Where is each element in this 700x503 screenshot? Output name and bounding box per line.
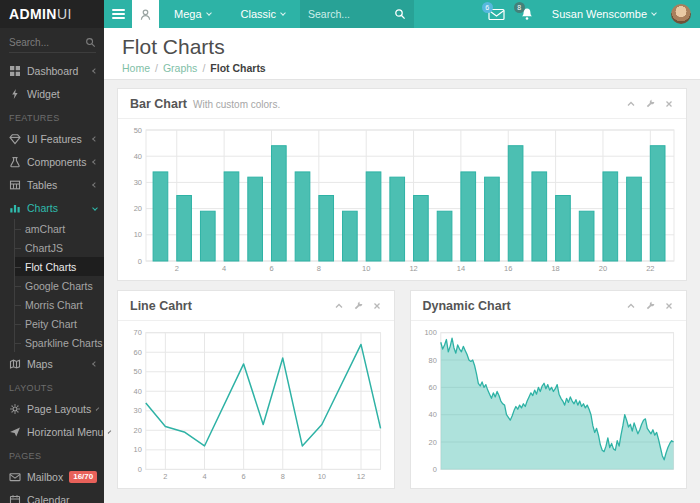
avatar[interactable] xyxy=(671,4,691,24)
chevron-left-icon xyxy=(96,407,100,411)
main-content: Bar Chart With custom colors. 0102030405… xyxy=(104,80,700,503)
submenu-item-peity-chart[interactable]: Peity Chart xyxy=(15,314,104,333)
breadcrumb: Home / Graphs / Flot Charts xyxy=(122,62,700,74)
person-icon xyxy=(139,8,152,21)
sidebar-search-input[interactable] xyxy=(9,37,85,48)
gem-icon xyxy=(9,133,21,145)
messages-button[interactable]: 6 xyxy=(488,7,505,21)
svg-text:20: 20 xyxy=(428,438,436,447)
sidebar-item-horizontal-menu[interactable]: Horizontal Menu xyxy=(0,420,104,443)
logo-text-ui: UI xyxy=(57,6,72,22)
sidebar-item-label: Widget xyxy=(27,88,60,100)
user-menu[interactable]: Susan Wenscombe xyxy=(552,8,656,20)
dynamic-chart-panel-header: Dynamic Chart xyxy=(411,291,687,321)
sidebar-section-features: FEATURES xyxy=(0,105,104,127)
settings-wrench-icon[interactable] xyxy=(353,301,363,311)
svg-text:0: 0 xyxy=(432,465,436,474)
submenu-item-morris-chart[interactable]: Morris Chart xyxy=(15,295,104,314)
panel-title: Dynamic Chart xyxy=(423,299,511,313)
submenu-item-sparkline-charts[interactable]: Sparkline Charts xyxy=(15,333,104,352)
panel-tools xyxy=(626,99,674,109)
sidebar-item-label: Mailbox xyxy=(27,471,63,483)
svg-text:20: 20 xyxy=(134,204,142,213)
search-icon[interactable] xyxy=(85,37,96,48)
svg-text:60: 60 xyxy=(428,383,436,392)
nav-menu-classic[interactable]: Classic xyxy=(226,0,300,28)
settings-wrench-icon[interactable] xyxy=(645,301,655,311)
chevron-down-icon xyxy=(92,205,98,211)
sidebar-item-label: Charts xyxy=(27,202,58,214)
sidebar-item-calendar[interactable]: Calendar xyxy=(0,488,104,503)
svg-text:10: 10 xyxy=(362,264,370,273)
close-icon[interactable] xyxy=(664,99,674,109)
close-icon[interactable] xyxy=(664,301,674,311)
submenu-item-chartjs[interactable]: ChartJS xyxy=(15,238,104,257)
bar-chart-panel: Bar Chart With custom colors. 0102030405… xyxy=(117,88,687,281)
breadcrumb-graphs[interactable]: Graphs xyxy=(163,62,197,74)
sidebar-item-widget[interactable]: Widget xyxy=(0,82,104,105)
navbar-search-input[interactable] xyxy=(308,8,394,20)
hamburger-menu-button[interactable] xyxy=(104,0,132,28)
sidebar-item-label: Horizontal Menu xyxy=(27,426,103,438)
svg-text:0: 0 xyxy=(138,257,142,266)
svg-text:20: 20 xyxy=(134,426,142,435)
top-navbar: Mega Classic 6 8 Susan Wenscombe xyxy=(104,0,700,28)
chevron-down-icon xyxy=(206,10,212,16)
sidebar-item-mailbox[interactable]: Mailbox 16/70 xyxy=(0,465,104,488)
svg-text:40: 40 xyxy=(134,387,142,396)
map-icon xyxy=(9,358,21,370)
sidebar-item-charts[interactable]: Charts xyxy=(0,196,104,219)
settings-wrench-icon[interactable] xyxy=(645,99,655,109)
sidebar-search xyxy=(9,37,96,53)
search-icon[interactable] xyxy=(394,8,406,20)
flask-icon xyxy=(9,156,21,168)
svg-text:8: 8 xyxy=(281,472,285,481)
bar-chart-canvas: 01020304050246810121416182022 xyxy=(126,124,678,276)
breadcrumb-home[interactable]: Home xyxy=(122,62,150,74)
app-logo[interactable]: ADMINUI xyxy=(0,0,104,28)
user-quick-button[interactable] xyxy=(132,0,159,28)
dynamic-chart-body: 020406080100 xyxy=(411,321,687,488)
sidebar: ADMINUI Dashboard Widget FEATURES UI Fea… xyxy=(0,0,104,503)
svg-text:14: 14 xyxy=(457,264,465,273)
submenu-item-flot-charts[interactable]: Flot Charts xyxy=(15,257,104,276)
sidebar-item-label: Components xyxy=(27,156,87,168)
sidebar-item-ui-features[interactable]: UI Features xyxy=(0,127,104,150)
notifications-button[interactable]: 8 xyxy=(520,7,537,21)
line-chart-body: 01020304050607024681012 xyxy=(118,321,394,488)
svg-text:80: 80 xyxy=(428,356,436,365)
submenu-item-google-charts[interactable]: Google Charts xyxy=(15,276,104,295)
svg-text:22: 22 xyxy=(646,264,654,273)
sidebar-section-layouts: LAYOUTS xyxy=(0,375,104,397)
line-chart-canvas: 01020304050607024681012 xyxy=(126,326,386,484)
collapse-icon[interactable] xyxy=(626,301,636,311)
sidebar-item-maps[interactable]: Maps xyxy=(0,352,104,375)
navbar-right: 6 8 Susan Wenscombe xyxy=(488,0,700,28)
sidebar-item-page-layouts[interactable]: Page Layouts xyxy=(0,397,104,420)
collapse-icon[interactable] xyxy=(626,99,636,109)
nav-menu-mega[interactable]: Mega xyxy=(159,0,226,28)
chevron-down-icon xyxy=(651,10,657,16)
notifications-count-badge: 8 xyxy=(514,2,525,13)
close-icon[interactable] xyxy=(372,301,382,311)
svg-text:8: 8 xyxy=(317,264,321,273)
svg-text:10: 10 xyxy=(318,472,326,481)
sidebar-item-tables[interactable]: Tables xyxy=(0,173,104,196)
sidebar-item-dashboard[interactable]: Dashboard xyxy=(0,59,104,82)
sidebar-item-components[interactable]: Components xyxy=(0,150,104,173)
dashboard-icon xyxy=(9,65,21,77)
submenu-item-amchart[interactable]: amChart xyxy=(15,219,104,238)
svg-text:6: 6 xyxy=(269,264,273,273)
panel-title: Line Cahrt xyxy=(130,299,192,313)
svg-text:30: 30 xyxy=(134,178,142,187)
sidebar-item-label: Tables xyxy=(27,179,57,191)
sidebar-item-label: UI Features xyxy=(27,133,82,145)
sidebar-item-label: Maps xyxy=(27,358,53,370)
line-chart-panel-header: Line Cahrt xyxy=(118,291,394,321)
bar-chart-body: 01020304050246810121416182022 xyxy=(118,119,686,280)
collapse-icon[interactable] xyxy=(334,301,344,311)
mailbox-count-badge: 16/70 xyxy=(69,471,97,483)
messages-count-badge: 6 xyxy=(482,2,493,13)
panel-tools xyxy=(334,301,382,311)
gear-icon xyxy=(9,403,21,415)
